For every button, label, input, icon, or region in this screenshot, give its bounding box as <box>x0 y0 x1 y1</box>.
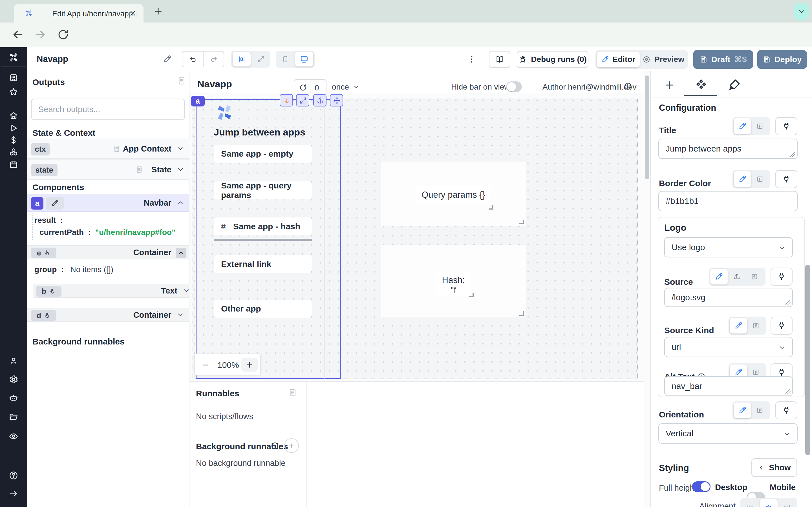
canvas-scrollbar-thumb[interactable] <box>645 75 649 179</box>
component-d-row[interactable]: d Container <box>27 308 190 322</box>
expand-down-button[interactable] <box>280 94 293 107</box>
hide-bar-toggle[interactable] <box>506 81 522 92</box>
debug-runs-button[interactable]: Debug runs (0) <box>517 51 589 68</box>
chevron-up-icon[interactable] <box>176 199 185 207</box>
runnables-doc-icon[interactable] <box>288 388 297 397</box>
anchor-button[interactable] <box>313 94 326 107</box>
source-input[interactable]: /logo.svg <box>664 288 793 307</box>
source-kind-connect-button[interactable] <box>770 317 793 335</box>
alt-text-input[interactable]: nav_bar <box>664 376 793 396</box>
align-right-button[interactable] <box>777 499 796 507</box>
component-e-row[interactable]: e Container <box>27 245 190 260</box>
insert-tab-icon[interactable] <box>664 79 675 91</box>
deploy-button[interactable]: Deploy <box>757 50 807 69</box>
fullscreen-button[interactable] <box>296 94 309 107</box>
styling-show-button[interactable]: Show <box>751 458 797 477</box>
chevron-down-icon[interactable] <box>176 145 185 153</box>
title-connect-button[interactable] <box>775 117 797 135</box>
nav-button-query[interactable]: Same app - query params <box>214 181 312 200</box>
settings-tab-icon[interactable] <box>695 78 708 91</box>
align-center-button[interactable] <box>760 499 777 507</box>
header-menu-icon[interactable] <box>467 54 476 64</box>
ctx-row[interactable]: ctx App Context <box>27 138 190 159</box>
source-kind-fx-button[interactable] <box>747 318 765 334</box>
refresh-mode[interactable]: once <box>332 82 349 92</box>
zoom-in-button[interactable] <box>241 358 258 372</box>
title-static-button[interactable] <box>733 118 751 134</box>
canvas-scrollbar-track[interactable] <box>644 71 650 507</box>
forward-icon[interactable] <box>34 28 47 41</box>
chevron-down-icon[interactable] <box>176 166 185 173</box>
outputs-doc-icon[interactable] <box>177 76 186 86</box>
source-kind-select[interactable]: url <box>664 337 793 357</box>
sidebar-users-icon[interactable] <box>9 356 18 366</box>
nav-button-hash[interactable]: #Same app - hash <box>214 217 312 235</box>
border-fx-button[interactable] <box>751 171 769 187</box>
source-fx-button[interactable] <box>746 269 763 284</box>
sidebar-resources-icon[interactable] <box>9 148 18 157</box>
chevron-down-icon[interactable] <box>183 287 190 295</box>
source-static-button[interactable] <box>710 269 728 284</box>
resize-handle[interactable] <box>489 205 493 210</box>
undo-icon[interactable] <box>189 55 197 63</box>
orientation-select[interactable]: Vertical <box>658 424 798 444</box>
source-connect-button[interactable] <box>770 268 793 286</box>
info-icon[interactable] <box>271 442 279 450</box>
move-button[interactable] <box>330 94 343 107</box>
border-color-input[interactable]: #b1b1b1 <box>658 191 798 211</box>
nav-button-other[interactable]: Other app <box>214 300 312 318</box>
orientation-static-button[interactable] <box>733 402 751 418</box>
redo-icon[interactable] <box>210 55 218 63</box>
info-icon[interactable] <box>624 82 632 91</box>
nav-button-external[interactable]: External link <box>214 255 312 273</box>
desktop-view-button[interactable] <box>295 52 313 66</box>
hash-box[interactable]: Hash:"f <box>380 245 526 318</box>
resize-handle[interactable] <box>519 311 524 316</box>
full-height-desktop-toggle[interactable] <box>692 482 711 492</box>
sidebar-folders-icon[interactable] <box>9 412 18 421</box>
browser-tab[interactable]: Edit App u/henri/navapp | Win <box>14 4 144 22</box>
sidebar-apps-icon[interactable] <box>9 73 18 82</box>
source-kind-static-button[interactable] <box>730 318 747 334</box>
sidebar-workers-icon[interactable] <box>9 393 18 403</box>
component-e-collapse[interactable] <box>176 248 186 258</box>
sidebar-runs-icon[interactable] <box>9 123 18 133</box>
preview-tab[interactable]: Preview <box>641 52 686 67</box>
resize-handle[interactable] <box>469 293 474 297</box>
edit-title-icon[interactable] <box>163 55 171 63</box>
orientation-fx-button[interactable] <box>751 402 769 418</box>
search-outputs-input[interactable]: Search outputs... <box>31 99 185 120</box>
component-a-tag[interactable]: a <box>191 96 205 107</box>
align-left-button[interactable] <box>742 499 760 507</box>
logo-select[interactable]: Use logo <box>664 237 793 258</box>
chevron-down-icon[interactable] <box>176 311 185 319</box>
title-fx-button[interactable] <box>751 118 769 134</box>
tab-close-icon[interactable] <box>129 9 137 17</box>
sidebar-favorites-icon[interactable] <box>9 87 18 97</box>
component-a-edit[interactable] <box>46 197 64 210</box>
sidebar-variables-icon[interactable] <box>9 135 18 145</box>
tab-search-button[interactable] <box>794 3 809 20</box>
sidebar-collapse-icon[interactable] <box>9 489 18 499</box>
nav-button-empty[interactable]: Same app - empty <box>214 145 312 163</box>
sidebar-settings-icon[interactable] <box>9 375 18 384</box>
page-scrollbar-thumb[interactable] <box>805 265 810 455</box>
title-input[interactable]: Jump between apps <box>658 138 798 159</box>
query-params-box[interactable]: Query params {} <box>380 162 526 226</box>
sidebar-schedules-icon[interactable] <box>9 160 18 169</box>
sidebar-audit-icon[interactable] <box>9 432 18 441</box>
editor-tab[interactable]: Editor <box>597 52 640 67</box>
mobile-view-icon[interactable] <box>282 55 289 63</box>
component-a-row[interactable]: a Navbar <box>27 194 190 212</box>
state-row[interactable]: state State <box>27 159 190 180</box>
orientation-connect-button[interactable] <box>775 401 797 419</box>
component-b-row[interactable]: b Text <box>33 284 190 298</box>
reload-icon[interactable] <box>57 29 69 41</box>
border-static-button[interactable] <box>733 171 751 187</box>
back-icon[interactable] <box>11 28 24 41</box>
docs-button[interactable] <box>489 51 510 68</box>
add-bg-runnable-button[interactable] <box>284 438 299 453</box>
border-connect-button[interactable] <box>775 170 797 188</box>
sidebar-home-icon[interactable] <box>9 111 18 120</box>
zoom-out-icon[interactable] <box>201 361 209 369</box>
